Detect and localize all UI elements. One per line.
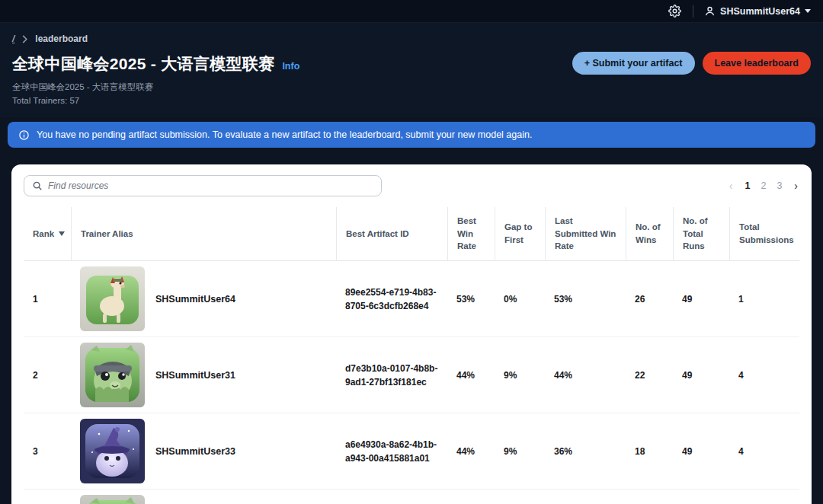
column-header-last-submitted-win-rate: Last Submitted Win Rate bbox=[545, 207, 626, 260]
best-win-rate-cell: 53% bbox=[447, 286, 495, 312]
table-header-row: Rank Trainer Alias Best Artifact ID Best… bbox=[24, 207, 799, 261]
column-header-best-artifact-id: Best Artifact ID bbox=[336, 207, 447, 260]
table-row[interactable]: 4 SHSummitUser45 12477c22-1690-45c4-b106 bbox=[24, 490, 799, 504]
search-icon bbox=[32, 180, 43, 191]
leaderboard-table: Rank Trainer Alias Best Artifact ID Best… bbox=[24, 207, 799, 504]
page-title: 全球中国峰会2025 - 大语言模型联赛 bbox=[12, 53, 274, 75]
prev-page-button[interactable]: ‹ bbox=[728, 180, 735, 192]
next-page-button[interactable]: › bbox=[793, 180, 799, 192]
best-win-rate-cell: 44% bbox=[447, 362, 495, 388]
leave-leaderboard-button[interactable]: Leave leaderboard bbox=[703, 52, 811, 75]
last-submitted-win-rate-cell: 44% bbox=[545, 362, 626, 388]
banner-text: You have no pending artifact submission.… bbox=[37, 129, 532, 140]
column-header-total-submissions: Total Submissions bbox=[729, 207, 801, 260]
leaderboard-card: ‹ 1 2 3 › Rank Trainer Alias Best Artifa… bbox=[11, 164, 812, 504]
trainer-alias: SHSummitUser31 bbox=[155, 370, 235, 381]
search-box[interactable] bbox=[24, 175, 382, 196]
trainer-alias-cell: SHSummitUser31 bbox=[71, 337, 336, 413]
llama-wizard-avatar bbox=[80, 419, 145, 483]
sort-icon bbox=[59, 231, 65, 236]
info-link[interactable]: Info bbox=[282, 61, 299, 72]
breadcrumb-home[interactable]: / bbox=[12, 33, 14, 44]
total-submissions-cell: 1 bbox=[729, 286, 801, 312]
table-row[interactable]: 2 SHSummitUser31 d7e3b10a-0107-4b8b-9ad1 bbox=[24, 337, 799, 413]
column-header-gap-to-first: Gap to First bbox=[495, 207, 545, 260]
trainer-alias: SHSummitUser64 bbox=[155, 294, 235, 305]
info-icon bbox=[18, 129, 30, 141]
leaderboard-header: / leaderboard 全球中国峰会2025 - 大语言模型联赛 Info … bbox=[0, 23, 823, 117]
no-of-total-runs-cell: 49 bbox=[673, 362, 729, 388]
best-artifact-id-cell: d7e3b10a-0107-4b8b-9ad1-27bf13f181ec bbox=[336, 356, 447, 395]
topbar-divider bbox=[693, 5, 693, 18]
page-3-button[interactable]: 3 bbox=[777, 180, 782, 191]
gear-icon[interactable] bbox=[667, 4, 682, 19]
banner-container: You have no pending artifact submission.… bbox=[0, 117, 823, 155]
gap-to-first-cell: 9% bbox=[495, 439, 545, 464]
table-body: 1 SHSummitUser64 89ee2554-e719-4b83-8705… bbox=[24, 261, 799, 504]
chevron-right-icon bbox=[21, 35, 28, 43]
info-banner: You have no pending artifact submission.… bbox=[8, 122, 815, 148]
rank-cell: 3 bbox=[24, 439, 71, 464]
chevron-down-icon bbox=[805, 9, 811, 13]
table-row[interactable]: 1 SHSummitUser64 89ee2554-e719-4b83-8705… bbox=[24, 261, 799, 337]
best-artifact-id-cell: 89ee2554-e719-4b83-8705-6c3dcfb268e4 bbox=[336, 279, 447, 319]
column-header-trainer-alias: Trainer Alias bbox=[71, 207, 336, 260]
trainer-alias-cell: SHSummitUser64 bbox=[71, 261, 336, 337]
rank-cell: 1 bbox=[24, 286, 71, 312]
leaderboard-subtitle: 全球中国峰会2025 - 大语言模型联赛 bbox=[12, 81, 811, 93]
llama-standing-avatar bbox=[80, 266, 145, 331]
last-submitted-win-rate-cell: 53% bbox=[545, 286, 626, 312]
username: SHSummitUser64 bbox=[720, 6, 800, 17]
llama-helmet-avatar bbox=[80, 495, 145, 504]
total-submissions-cell: 4 bbox=[729, 362, 801, 388]
table-row[interactable]: 3 SHSummitUser33 a6e4930a-8a62-4b1b-a943… bbox=[24, 413, 799, 490]
column-header-no-of-total-runs: No. of Total Runs bbox=[673, 207, 729, 260]
no-of-wins-cell: 22 bbox=[626, 362, 673, 388]
column-header-best-win-rate: Best Win Rate bbox=[447, 207, 495, 260]
search-input[interactable] bbox=[48, 180, 373, 191]
total-trainers: Total Trainers: 57 bbox=[12, 96, 811, 105]
top-bar: SHSummitUser64 bbox=[0, 0, 823, 23]
breadcrumb: / leaderboard bbox=[12, 33, 811, 44]
person-icon bbox=[704, 5, 716, 17]
page-1-button[interactable]: 1 bbox=[745, 180, 750, 191]
trainer-alias: SHSummitUser33 bbox=[155, 446, 235, 457]
best-artifact-id-cell: a6e4930a-8a62-4b1b-a943-00a415881a01 bbox=[336, 432, 447, 471]
gap-to-first-cell: 9% bbox=[495, 362, 545, 388]
trainer-alias-cell: SHSummitUser33 bbox=[71, 413, 336, 489]
column-header-no-of-wins: No. of Wins bbox=[626, 207, 673, 260]
llama-helmet-avatar bbox=[80, 343, 145, 407]
rank-cell: 2 bbox=[24, 362, 71, 388]
pagination: ‹ 1 2 3 › bbox=[728, 180, 799, 192]
trainer-alias-cell: SHSummitUser45 bbox=[71, 490, 336, 504]
breadcrumb-current: leaderboard bbox=[35, 33, 88, 44]
column-header-rank[interactable]: Rank bbox=[24, 207, 71, 260]
submit-artifact-button[interactable]: + Submit your artifact bbox=[572, 52, 695, 75]
no-of-total-runs-cell: 49 bbox=[673, 439, 729, 464]
no-of-total-runs-cell: 49 bbox=[673, 286, 729, 312]
total-submissions-cell: 4 bbox=[729, 439, 801, 464]
gap-to-first-cell: 0% bbox=[495, 286, 545, 312]
last-submitted-win-rate-cell: 36% bbox=[545, 439, 626, 464]
no-of-wins-cell: 26 bbox=[626, 286, 673, 312]
page-2-button[interactable]: 2 bbox=[761, 180, 766, 191]
no-of-wins-cell: 18 bbox=[626, 439, 673, 464]
best-win-rate-cell: 44% bbox=[447, 439, 495, 464]
user-menu[interactable]: SHSummitUser64 bbox=[704, 5, 811, 17]
